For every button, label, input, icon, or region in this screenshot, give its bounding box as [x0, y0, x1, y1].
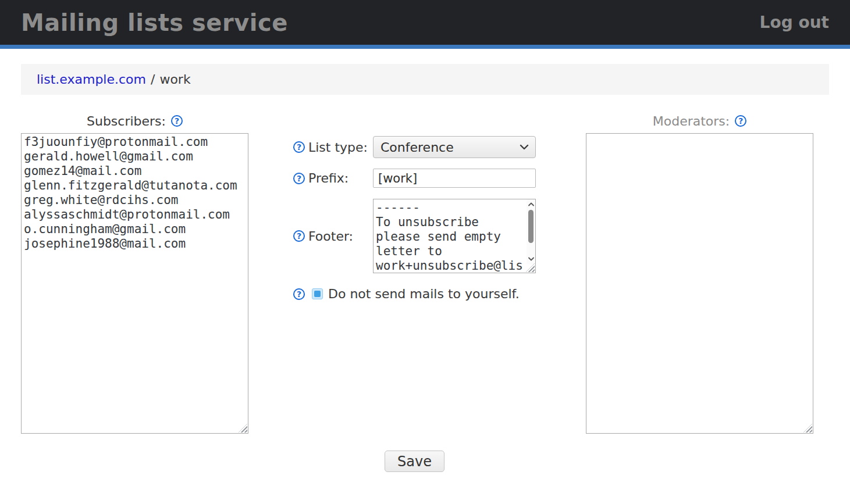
footer-scrollbar[interactable] — [527, 199, 535, 264]
list-type-row: ? List type: Conference — [293, 136, 536, 158]
no-self-mail-row: ? Do not send mails to yourself. — [293, 287, 536, 301]
prefix-input[interactable] — [373, 169, 536, 188]
subscribers-help-icon[interactable]: ? — [171, 115, 183, 127]
app-header: Mailing lists service Log out — [0, 0, 850, 49]
list-type-help-icon[interactable]: ? — [293, 141, 305, 153]
moderators-help-icon[interactable]: ? — [735, 115, 746, 127]
logout-button[interactable]: Log out — [760, 13, 829, 32]
footer-label: Footer: — [308, 229, 369, 244]
no-self-mail-checkbox[interactable] — [312, 288, 323, 299]
subscribers-label: Subscribers: — [87, 114, 166, 128]
subscribers-panel: Subscribers: ? f3juounfiy@protonmail.com… — [21, 114, 248, 434]
main-content: Subscribers: ? f3juounfiy@protonmail.com… — [0, 114, 850, 434]
list-type-label: List type: — [308, 140, 369, 155]
prefix-row: ? Prefix: — [293, 169, 536, 188]
breadcrumb-current-page: work — [159, 72, 190, 87]
moderators-textarea[interactable] — [586, 133, 813, 434]
app-title: Mailing lists service — [21, 9, 288, 36]
footer-textarea[interactable]: ------ To unsubscribe please send empty … — [373, 199, 536, 273]
list-type-select[interactable]: Conference — [373, 136, 536, 158]
no-self-mail-help-icon[interactable]: ? — [293, 288, 305, 300]
list-settings-form: ? List type: Conference ? Prefix: ? Foot… — [293, 114, 536, 301]
footer-help-icon[interactable]: ? — [293, 230, 305, 242]
moderators-label: Moderators: — [653, 114, 730, 128]
scrollbar-thumb[interactable] — [528, 210, 534, 243]
prefix-help-icon[interactable]: ? — [293, 173, 305, 184]
breadcrumb-domain-link[interactable]: list.example.com — [37, 72, 146, 87]
scroll-up-icon[interactable] — [528, 201, 534, 208]
moderators-panel: Moderators: ? — [586, 114, 813, 434]
breadcrumb: list.example.com / work — [21, 64, 829, 95]
scroll-down-icon[interactable] — [528, 255, 534, 262]
subscribers-label-row: Subscribers: ? — [21, 114, 248, 128]
save-row: Save — [293, 451, 536, 472]
breadcrumb-separator: / — [151, 72, 155, 87]
save-button[interactable]: Save — [385, 451, 444, 472]
subscribers-textarea[interactable]: f3juounfiy@protonmail.com gerald.howell@… — [21, 133, 248, 434]
moderators-label-row: Moderators: ? — [586, 114, 813, 128]
prefix-label: Prefix: — [308, 171, 369, 185]
no-self-mail-label: Do not send mails to yourself. — [328, 287, 520, 301]
footer-row: ? Footer: ------ To unsubscribe please s… — [293, 199, 536, 273]
